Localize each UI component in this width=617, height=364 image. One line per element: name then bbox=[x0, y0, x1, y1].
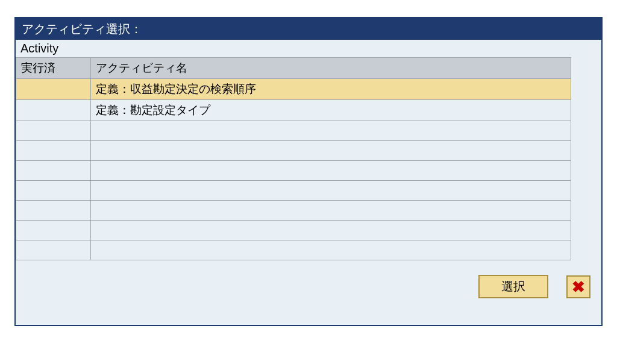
cell-executed bbox=[16, 161, 91, 181]
cell-activity-name bbox=[91, 141, 571, 161]
dialog-title-bar: アクティビティ選択： bbox=[16, 18, 601, 40]
table-row[interactable] bbox=[16, 201, 571, 221]
table-row[interactable]: 定義：勘定設定タイプ bbox=[16, 100, 571, 121]
cell-activity-name bbox=[91, 201, 571, 221]
cancel-button[interactable]: ✖ bbox=[566, 275, 590, 298]
activity-table: 実行済 アクティビティ名 定義：収益勘定決定の検索順序 定義：勘定設定タイプ bbox=[16, 57, 571, 260]
cell-activity-name bbox=[91, 240, 571, 260]
right-gutter bbox=[571, 40, 601, 260]
dialog-footer: 選択 ✖ bbox=[16, 260, 601, 325]
cell-executed bbox=[16, 141, 91, 161]
cell-executed bbox=[16, 221, 91, 240]
subtitle: Activity bbox=[16, 40, 571, 57]
content-wrap: Activity 実行済 アクティビティ名 定義：収益勘定決定の検索順序 定義：… bbox=[16, 40, 601, 260]
table-row[interactable] bbox=[16, 181, 571, 201]
table-header-row: 実行済 アクティビティ名 bbox=[16, 58, 571, 79]
activity-selection-dialog: アクティビティ選択： Activity 実行済 アクティビティ名 定義：収益勘定… bbox=[14, 17, 603, 326]
cell-executed bbox=[16, 100, 91, 121]
dialog-title: アクティビティ選択： bbox=[22, 21, 142, 37]
cell-activity-name: 定義：勘定設定タイプ bbox=[91, 100, 571, 121]
cell-activity-name bbox=[91, 181, 571, 201]
select-button[interactable]: 選択 bbox=[478, 275, 548, 298]
table-row[interactable]: 定義：収益勘定決定の検索順序 bbox=[16, 79, 571, 100]
cell-executed bbox=[16, 121, 91, 141]
close-icon: ✖ bbox=[572, 279, 585, 295]
cell-activity-name bbox=[91, 161, 571, 181]
cell-activity-name bbox=[91, 121, 571, 141]
cell-executed bbox=[16, 201, 91, 221]
cell-activity-name: 定義：収益勘定決定の検索順序 bbox=[91, 79, 571, 100]
column-header-activity-name[interactable]: アクティビティ名 bbox=[91, 58, 571, 79]
table-row[interactable] bbox=[16, 141, 571, 161]
column-header-executed[interactable]: 実行済 bbox=[16, 58, 91, 79]
cell-activity-name bbox=[91, 221, 571, 240]
table-row[interactable] bbox=[16, 240, 571, 260]
cell-executed bbox=[16, 240, 91, 260]
left-area: Activity 実行済 アクティビティ名 定義：収益勘定決定の検索順序 定義：… bbox=[16, 40, 571, 260]
table-row[interactable] bbox=[16, 221, 571, 240]
cell-executed bbox=[16, 79, 91, 100]
cell-executed bbox=[16, 181, 91, 201]
table-row[interactable] bbox=[16, 161, 571, 181]
table-row[interactable] bbox=[16, 121, 571, 141]
